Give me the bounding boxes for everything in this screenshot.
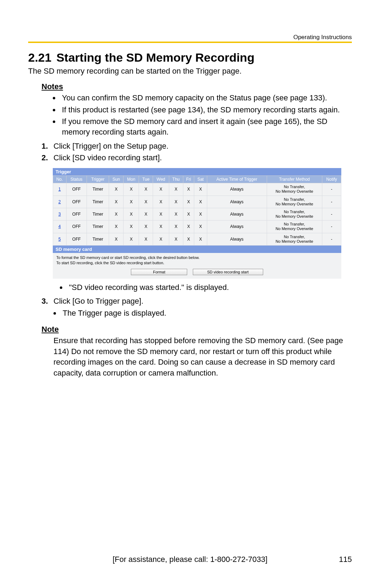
cell-status: OFF [66, 196, 87, 208]
sd-line2: To start SD recording, click the SD vide… [56, 260, 338, 266]
note-item: If this product is restarted (see page 1… [60, 105, 352, 115]
cell-day: X [183, 183, 194, 196]
footer-assist: [For assistance, please call: 1-800-272-… [28, 555, 352, 564]
cell-notify: - [322, 183, 341, 196]
cell-transfer: No Transfer,No Memory Overwrite [267, 221, 322, 233]
trigger-table: No. Status Trigger Sun Mon Tue Wed Thu F… [53, 175, 341, 246]
header-rule [28, 42, 352, 43]
cell-day: X [109, 208, 124, 220]
page-number: 115 [339, 555, 352, 564]
intro-text: The SD memory recording can be started o… [28, 67, 352, 76]
th-sun: Sun [109, 176, 124, 183]
cell-notify: - [322, 208, 341, 220]
section-number: 2.21 [28, 51, 51, 64]
row-no-link[interactable]: 1 [58, 187, 61, 192]
step-2: Click [SD video recording start]. [42, 153, 352, 163]
cell-day: X [109, 183, 124, 196]
cell-day: X [124, 208, 139, 220]
step-2-sub: "SD video recording was started." is dis… [67, 282, 352, 293]
sd-video-recording-start-button[interactable]: SD video recording start [193, 269, 263, 275]
cell-day: X [183, 196, 194, 208]
sd-button-row: Format SD video recording start [53, 267, 341, 279]
cell-notify: - [322, 196, 341, 208]
cell-day: X [153, 208, 169, 220]
cell-transfer: No Transfer,No Memory Overwrite [267, 208, 322, 220]
cell-day: X [169, 221, 183, 233]
cell-day: X [109, 196, 124, 208]
step-1: Click [Trigger] on the Setup page. [42, 141, 352, 151]
cell-status: OFF [66, 233, 87, 245]
cell-day: X [139, 208, 153, 220]
cell-day: X [153, 221, 169, 233]
th-tue: Tue [139, 176, 153, 183]
cell-no: 3 [53, 208, 66, 220]
cell-day: X [109, 221, 124, 233]
row-no-link[interactable]: 3 [58, 212, 61, 217]
cell-day: X [169, 208, 183, 220]
cell-day: X [124, 183, 139, 196]
table-row: 2OFFTimerXXXXXXXAlwaysNo Transfer,No Mem… [53, 196, 341, 208]
row-no-link[interactable]: 4 [58, 224, 61, 229]
table-row: 4OFFTimerXXXXXXXAlwaysNo Transfer,No Mem… [53, 221, 341, 233]
step-3-text: Click [Go to Trigger page]. [53, 297, 144, 305]
th-transfer: Transfer Method [267, 176, 322, 183]
cell-day: X [183, 233, 194, 245]
th-fri: Fri [183, 176, 194, 183]
cell-active: Always [207, 196, 267, 208]
cell-day: X [139, 233, 153, 245]
th-sat: Sat [194, 176, 207, 183]
cell-day: X [194, 183, 207, 196]
sd-line1: To format the SD memory card or start SD… [56, 255, 338, 260]
table-row: 3OFFTimerXXXXXXXAlwaysNo Transfer,No Mem… [53, 208, 341, 220]
cell-day: X [169, 183, 183, 196]
steps-list: Click [Trigger] on the Setup page. Click… [42, 141, 352, 163]
cell-trigger: Timer [87, 183, 109, 196]
th-notify: Notify [322, 176, 341, 183]
cell-no: 1 [53, 183, 66, 196]
section-title-text: Starting the SD Memory Recording [56, 51, 254, 64]
embedded-trigger-ui: Trigger No. Status Trigger Sun Mon Tue W… [53, 168, 341, 279]
th-wed: Wed [153, 176, 169, 183]
cell-notify: - [322, 233, 341, 245]
cell-no: 4 [53, 221, 66, 233]
table-row: 5OFFTimerXXXXXXXAlwaysNo Transfer,No Mem… [53, 233, 341, 245]
step-2-sub-item: "SD video recording was started." is dis… [67, 282, 352, 293]
cell-trigger: Timer [87, 221, 109, 233]
cell-day: X [139, 196, 153, 208]
sd-instructions: To format the SD memory card or start SD… [53, 253, 341, 267]
cell-day: X [183, 221, 194, 233]
format-button[interactable]: Format [131, 269, 187, 275]
notes-list: You can confirm the SD memory capacity o… [60, 93, 352, 137]
trigger-bar: Trigger [53, 168, 341, 175]
th-mon: Mon [124, 176, 139, 183]
cell-day: X [153, 233, 169, 245]
section-title: 2.21Starting the SD Memory Recording [28, 51, 352, 64]
row-no-link[interactable]: 2 [58, 199, 61, 204]
th-no: No. [53, 176, 66, 183]
th-trigger: Trigger [87, 176, 109, 183]
step-3-sub-item: The Trigger page is displayed. [61, 308, 352, 318]
cell-status: OFF [66, 221, 87, 233]
step-3: Click [Go to Trigger page]. The Trigger … [42, 296, 352, 318]
cell-day: X [183, 208, 194, 220]
cell-day: X [153, 183, 169, 196]
row-no-link[interactable]: 5 [58, 237, 61, 242]
note-heading-2: Note [42, 325, 352, 334]
cell-day: X [194, 221, 207, 233]
th-thu: Thu [169, 176, 183, 183]
cell-day: X [124, 196, 139, 208]
cell-day: X [194, 196, 207, 208]
header-label: Operating Instructions [293, 34, 352, 41]
cell-active: Always [207, 183, 267, 196]
cell-trigger: Timer [87, 233, 109, 245]
cell-no: 2 [53, 196, 66, 208]
cell-status: OFF [66, 183, 87, 196]
cell-day: X [139, 221, 153, 233]
cell-transfer: No Transfer,No Memory Overwrite [267, 183, 322, 196]
table-row: 1OFFTimerXXXXXXXAlwaysNo Transfer,No Mem… [53, 183, 341, 196]
cell-active: Always [207, 233, 267, 245]
cell-day: X [124, 221, 139, 233]
steps-list-cont: Click [Go to Trigger page]. The Trigger … [42, 296, 352, 318]
cell-day: X [194, 233, 207, 245]
step-1-text: Click [Trigger] on the Setup page. [53, 142, 169, 150]
